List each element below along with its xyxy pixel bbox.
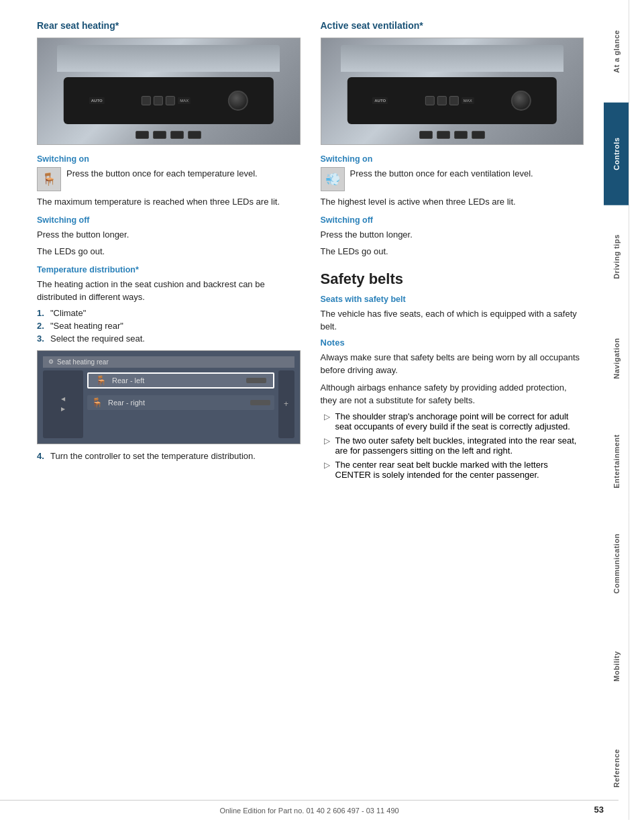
switching-on-text-right: Press the button once for each ventilati… xyxy=(350,167,533,181)
seat-heating-screen: ⚙ Seat heating rear ◀ ▶ 🪑 Rea xyxy=(37,350,301,444)
safety-belts-title: Safety belts xyxy=(321,270,584,288)
footer-text: Online Edition for Part no. 01 40 2 606 … xyxy=(219,807,398,815)
left-switching-on-label: Switching on xyxy=(37,154,301,164)
sidebar-item-reference[interactable]: Reference xyxy=(604,717,629,820)
notes-text1: Always make sure that safety belts are b… xyxy=(321,351,584,377)
screen-header: ⚙ Seat heating rear xyxy=(43,356,294,368)
sidebar-item-controls[interactable]: Controls xyxy=(604,103,629,205)
list-item-2: 2. "Seat heating rear" xyxy=(37,321,301,331)
bullet-arrow-3: ▷ xyxy=(324,460,330,470)
bullet-item-2: ▷ The two outer safety belt buckles, int… xyxy=(321,435,584,456)
left-section-title: Rear seat heating* xyxy=(37,20,301,31)
seat-vent-icon-right: 💨 xyxy=(321,167,345,191)
right-switching-off-label: Switching off xyxy=(321,215,584,225)
left-column: Rear seat heating* AUTO xyxy=(37,20,301,484)
seats-with-safety-belt-subtitle: Seats with safety belt xyxy=(321,295,584,304)
notes-label: Notes xyxy=(321,338,584,348)
active-seat-ventilation-image: AUTO MAX xyxy=(321,38,584,145)
switching-off-text1-left: Press the button longer. xyxy=(37,228,301,242)
sidebar-item-navigation[interactable]: Navigation xyxy=(604,307,629,410)
screen-row-rear-right: 🪑 Rear - right xyxy=(87,395,274,410)
right-section-title: Active seat ventilation* xyxy=(321,20,584,31)
sidebar-item-driving-tips[interactable]: Driving tips xyxy=(604,205,629,308)
footer-bar: Online Edition for Part no. 01 40 2 606 … xyxy=(0,800,619,820)
switching-on-block-right: 💨 Press the button once for each ventila… xyxy=(321,167,584,191)
switching-on-text-left: Press the button once for each temperatu… xyxy=(66,167,258,181)
sidebar-item-entertainment[interactable]: Entertainment xyxy=(604,410,629,513)
notes-text2: Although airbags enhance safety by provi… xyxy=(321,381,584,407)
sidebar-item-at-a-glance[interactable]: At a glance xyxy=(604,0,629,103)
switching-off-text1-right: Press the button longer. xyxy=(321,228,584,242)
bullet-arrow-2: ▷ xyxy=(324,436,330,446)
seat-heat-icon-left: 🪑 xyxy=(37,167,61,191)
bullet-arrow-1: ▷ xyxy=(324,412,330,421)
temp-dist-text: The heating action in the seat cushion a… xyxy=(37,278,301,304)
sidebar: At a glance Controls Driving tips Naviga… xyxy=(604,0,629,820)
right-column: Active seat ventilation* AUTO xyxy=(321,20,584,484)
rear-seat-heating-image: AUTO MAX xyxy=(37,38,301,145)
switching-off-text2-right: The LEDs go out. xyxy=(321,245,584,258)
switching-on-block-left: 🪑 Press the button once for each tempera… xyxy=(37,167,301,191)
bullet-item-3: ▷ The center rear seat belt buckle marke… xyxy=(321,460,584,480)
bullet-item-1: ▷ The shoulder strap's anchorage point w… xyxy=(321,411,584,431)
sidebar-item-mobility[interactable]: Mobility xyxy=(604,615,629,718)
highest-level-text: The highest level is active when three L… xyxy=(321,195,584,209)
switching-off-text2-left: The LEDs go out. xyxy=(37,245,301,258)
list-item-4: 4. Turn the controller to set the temper… xyxy=(37,451,301,461)
seats-text: The vehicle has five seats, each of whic… xyxy=(321,307,584,334)
right-switching-on-label: Switching on xyxy=(321,154,584,164)
list-item-1: 1. "Climate" xyxy=(37,308,301,318)
page-number: 53 xyxy=(594,805,604,815)
temp-dist-label: Temperature distribution* xyxy=(37,265,301,274)
list-item-3: 3. Select the required seat. xyxy=(37,334,301,344)
screen-row-rear-left: 🪑 Rear - left xyxy=(87,372,274,389)
sidebar-item-communication[interactable]: Communication xyxy=(604,513,629,615)
left-switching-off-label: Switching off xyxy=(37,215,301,225)
max-temp-text: The maximum temperature is reached when … xyxy=(37,195,301,209)
